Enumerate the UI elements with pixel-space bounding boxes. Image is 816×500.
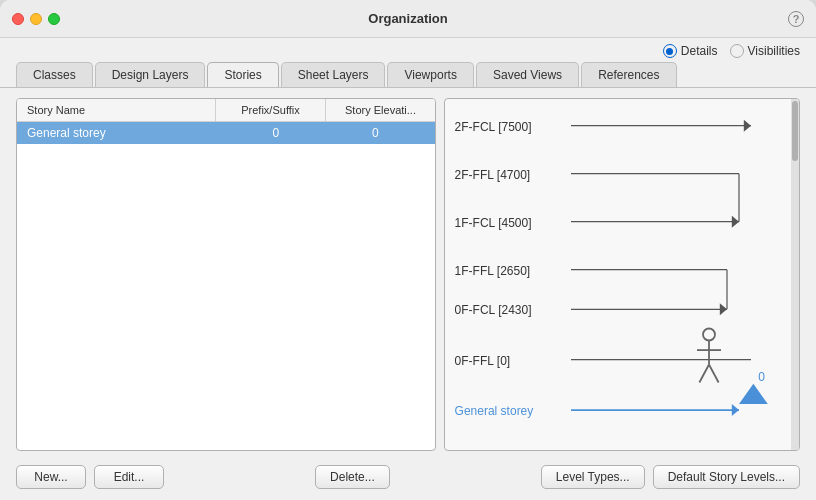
minimize-button[interactable]	[30, 13, 42, 25]
tab-stories[interactable]: Stories	[207, 62, 278, 87]
traffic-lights	[12, 13, 60, 25]
level-types-button[interactable]: Level Types...	[541, 465, 645, 489]
table-header: Story Name Prefix/Suffix Story Elevati..…	[17, 99, 435, 122]
close-button[interactable]	[12, 13, 24, 25]
main-content: Story Name Prefix/Suffix Story Elevati..…	[0, 87, 816, 500]
svg-marker-26	[732, 404, 739, 416]
top-controls: Details Visibilities	[0, 38, 816, 62]
tab-viewports[interactable]: Viewports	[387, 62, 473, 87]
edit-button[interactable]: Edit...	[94, 465, 164, 489]
svg-text:General storey: General storey	[455, 404, 534, 418]
story-name-cell: General storey	[27, 126, 226, 140]
svg-marker-2	[744, 120, 751, 132]
prefix-cell: 0	[226, 126, 326, 140]
svg-line-21	[709, 365, 719, 383]
visibilities-radio-dot	[730, 44, 744, 58]
tab-bar: Classes Design Layers Stories Sheet Laye…	[0, 62, 816, 87]
svg-text:2F-FFL [4700]: 2F-FFL [4700]	[455, 168, 531, 182]
svg-text:1F-FFL [2650]: 1F-FFL [2650]	[455, 264, 531, 278]
svg-text:1F-FCL [4500]: 1F-FCL [4500]	[455, 216, 532, 230]
svg-text:2F-FCL [7500]: 2F-FCL [7500]	[455, 120, 532, 134]
help-icon[interactable]: ?	[788, 11, 804, 27]
titlebar: Organization ?	[0, 0, 816, 38]
svg-marker-14	[720, 303, 727, 315]
details-radio-dot	[663, 44, 677, 58]
content-area: Story Name Prefix/Suffix Story Elevati..…	[16, 88, 800, 459]
table-body[interactable]: General storey 0 0	[17, 122, 435, 450]
scrollbar[interactable]	[791, 99, 799, 450]
tab-references[interactable]: References	[581, 62, 676, 87]
new-button[interactable]: New...	[16, 465, 86, 489]
story-diagram: 2F-FCL [7500] 2F-FFL [4700] 1F-FCL [4500…	[445, 99, 799, 450]
col-header-prefix: Prefix/Suffix	[216, 99, 326, 121]
svg-text:0F-FFL [0]: 0F-FFL [0]	[455, 354, 511, 368]
table-row[interactable]: General storey 0 0	[17, 122, 435, 144]
elevation-cell: 0	[326, 126, 426, 140]
col-header-elevation: Story Elevati...	[326, 99, 435, 121]
stories-table: Story Name Prefix/Suffix Story Elevati..…	[16, 98, 436, 451]
default-story-levels-button[interactable]: Default Story Levels...	[653, 465, 800, 489]
tab-design-layers[interactable]: Design Layers	[95, 62, 206, 87]
tab-saved-views[interactable]: Saved Views	[476, 62, 579, 87]
scroll-thumb[interactable]	[792, 101, 798, 161]
svg-point-17	[703, 329, 715, 341]
preview-panel: 2F-FCL [7500] 2F-FFL [4700] 1F-FCL [4500…	[444, 98, 800, 451]
window-title: Organization	[368, 11, 447, 26]
tab-sheet-layers[interactable]: Sheet Layers	[281, 62, 386, 87]
svg-marker-8	[732, 216, 739, 228]
svg-text:0: 0	[758, 370, 765, 384]
details-radio[interactable]: Details	[663, 44, 718, 58]
svg-line-20	[699, 365, 709, 383]
main-window: Organization ? Details Visibilities Clas…	[0, 0, 816, 500]
col-header-story-name: Story Name	[17, 99, 216, 121]
action-buttons: New... Edit... Delete... Level Types... …	[16, 459, 800, 497]
maximize-button[interactable]	[48, 13, 60, 25]
tab-classes[interactable]: Classes	[16, 62, 93, 87]
svg-text:0F-FCL [2430]: 0F-FCL [2430]	[455, 303, 532, 317]
svg-marker-22	[739, 384, 768, 404]
delete-button[interactable]: Delete...	[315, 465, 390, 489]
view-mode-group: Details Visibilities	[663, 44, 800, 58]
visibilities-radio[interactable]: Visibilities	[730, 44, 800, 58]
